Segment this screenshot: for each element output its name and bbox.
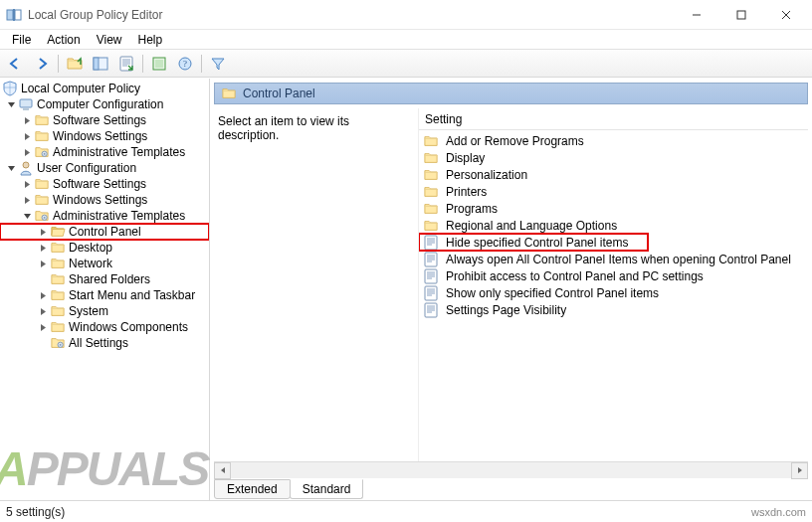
svg-rect-20 [20, 99, 32, 107]
folder-icon [423, 167, 439, 183]
tree-item-label: Software Settings [53, 177, 146, 191]
tree-item[interactable]: System [0, 303, 209, 319]
horizontal-scrollbar[interactable] [214, 461, 808, 478]
svg-text:?: ? [183, 59, 187, 69]
tree-item[interactable]: Software Settings [0, 112, 209, 128]
twisty-closed-icon[interactable] [20, 148, 34, 157]
tree-item[interactable]: Windows Settings [0, 192, 209, 208]
tree-item-label: Computer Configuration [37, 97, 163, 111]
svg-rect-17 [155, 60, 163, 68]
title-bar: Local Group Policy Editor [0, 0, 812, 30]
folder-icon [34, 112, 50, 128]
filter-button[interactable] [206, 53, 230, 75]
show-hide-tree-button[interactable] [89, 53, 112, 75]
list-item[interactable]: Add or Remove Programs [419, 132, 808, 149]
twisty-closed-icon[interactable] [36, 307, 50, 316]
minimize-button[interactable] [674, 1, 718, 29]
svg-rect-8 [15, 10, 21, 20]
twisty-open-icon[interactable] [4, 164, 18, 173]
tree-item[interactable]: Desktop [0, 240, 209, 256]
close-button[interactable] [763, 1, 808, 29]
tree-item-label: Network [69, 257, 112, 270]
twisty-closed-icon[interactable] [36, 260, 50, 268]
list-item-label: Printers [446, 185, 487, 199]
list-item[interactable]: Display [419, 149, 808, 166]
list-item[interactable]: Regional and Language Options [419, 217, 808, 234]
tree-item-control-panel[interactable]: Control Panel [0, 224, 209, 240]
tree-item[interactable]: Administrative Templates [0, 144, 209, 160]
tree-item-user-configuration[interactable]: User Configuration [0, 160, 209, 176]
tree-root-label: Local Computer Policy [21, 82, 140, 95]
column-header-setting[interactable]: Setting [419, 108, 808, 130]
list-item[interactable]: Programs [419, 200, 808, 217]
tree-item-label: Windows Settings [53, 193, 147, 207]
menu-file[interactable]: File [4, 31, 39, 49]
list-item-hide-specified-items[interactable]: Hide specified Control Panel items [419, 234, 648, 251]
list-item[interactable]: Settings Page Visibility [419, 301, 808, 318]
export-list-button[interactable] [114, 53, 138, 75]
svg-rect-7 [7, 10, 13, 20]
list-item[interactable]: Show only specified Control Panel items [419, 284, 808, 301]
tree-item-computer-configuration[interactable]: Computer Configuration [0, 96, 209, 112]
twisty-closed-icon[interactable] [36, 291, 50, 300]
tree-item-admin-templates[interactable]: Administrative Templates [0, 208, 209, 224]
description-text: Select an item to view its description. [218, 114, 349, 142]
twisty-open-icon[interactable] [4, 100, 18, 109]
pane-title: Control Panel [243, 87, 315, 100]
folder-open-icon [50, 224, 66, 240]
menu-help[interactable]: Help [130, 31, 171, 49]
gear-folder-icon [50, 335, 66, 351]
tree-item[interactable]: All Settings [0, 335, 209, 351]
window-title: Local Group Policy Editor [28, 8, 674, 22]
scroll-left-icon[interactable] [214, 462, 231, 479]
twisty-closed-icon[interactable] [20, 180, 34, 189]
refresh-button[interactable] [147, 53, 171, 75]
toolbar: ? [0, 50, 812, 78]
menu-view[interactable]: View [89, 31, 130, 49]
tree-item-label: System [69, 304, 108, 318]
folder-icon [423, 201, 439, 217]
policy-icon [423, 268, 439, 284]
navigation-tree[interactable]: Local Computer Policy Computer Configura… [0, 79, 210, 500]
twisty-closed-icon[interactable] [36, 228, 50, 237]
tree-item[interactable]: Shared Folders [0, 271, 209, 287]
up-button[interactable] [63, 53, 87, 75]
tree-item[interactable]: Start Menu and Taskbar [0, 287, 209, 303]
tree-item[interactable]: Network [0, 256, 209, 271]
tab-standard[interactable]: Standard [290, 479, 364, 499]
tab-extended[interactable]: Extended [214, 479, 291, 499]
tree-item-label: Windows Components [69, 320, 188, 334]
list-body[interactable]: Add or Remove Programs Display Personali… [419, 130, 808, 461]
tree-item-label: Shared Folders [69, 272, 150, 286]
menu-action[interactable]: Action [39, 31, 88, 49]
back-button[interactable] [4, 53, 28, 75]
tree-root[interactable]: Local Computer Policy [0, 81, 209, 96]
twisty-closed-icon[interactable] [20, 132, 34, 141]
tree-item[interactable]: Software Settings [0, 176, 209, 192]
list-item-label: Show only specified Control Panel items [446, 286, 659, 300]
list-item-label: Settings Page Visibility [446, 303, 566, 317]
list-item-label: Hide specified Control Panel items [446, 236, 628, 250]
svg-rect-21 [23, 108, 29, 110]
column-header-label: Setting [425, 112, 462, 126]
list-item[interactable]: Always open All Control Panel Items when… [419, 251, 808, 267]
tree-item[interactable]: Windows Components [0, 319, 209, 335]
list-item[interactable]: Personalization [419, 166, 808, 183]
twisty-closed-icon[interactable] [36, 244, 50, 253]
twisty-open-icon[interactable] [20, 212, 34, 221]
maximize-button[interactable] [718, 1, 763, 29]
folder-icon [423, 150, 439, 166]
twisty-closed-icon[interactable] [20, 196, 34, 205]
help-button[interactable]: ? [173, 53, 197, 75]
list-item[interactable]: Printers [419, 183, 808, 200]
tree-item[interactable]: Windows Settings [0, 128, 209, 144]
forward-button[interactable] [30, 53, 54, 75]
svg-point-22 [23, 162, 29, 168]
list-item-label: Regional and Language Options [446, 219, 617, 233]
twisty-closed-icon[interactable] [36, 323, 50, 332]
twisty-closed-icon[interactable] [20, 116, 34, 125]
list-item[interactable]: Prohibit access to Control Panel and PC … [419, 267, 808, 284]
description-column: Select an item to view its description. [214, 108, 418, 461]
scroll-right-icon[interactable] [791, 462, 808, 479]
folder-icon [423, 218, 439, 234]
